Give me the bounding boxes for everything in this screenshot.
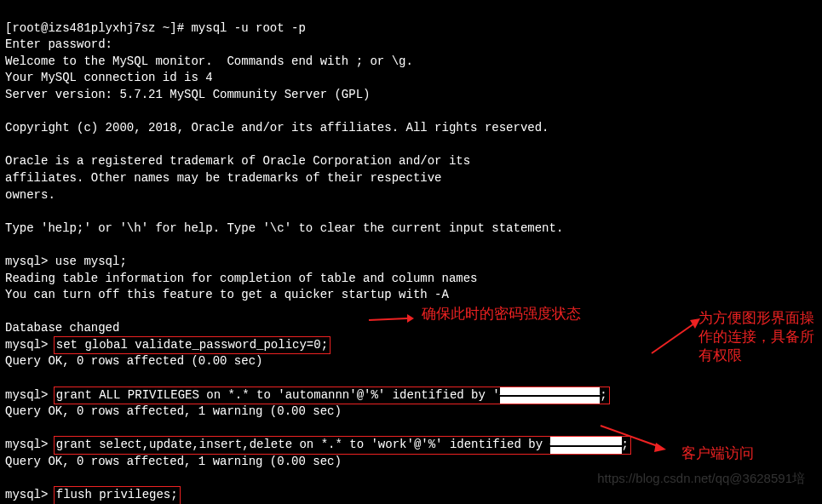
terminal-line	[5, 371, 12, 385]
terminal-line: affiliates. Other names may be trademark…	[5, 171, 441, 185]
terminal-output: [root@izs481plyxhj7sz ~]# mysql -u root …	[0, 0, 822, 504]
terminal-line: mysql> use mysql;	[5, 255, 127, 268]
terminal-line: Welcome to the MySQL monitor. Commands e…	[5, 54, 413, 68]
terminal-line: Enter password:	[5, 37, 112, 51]
command-highlight: grant ALL PRIVILEGES on *.* to 'automann…	[54, 387, 610, 405]
mysql-prompt-line: mysql> flush privileges;	[5, 488, 179, 501]
mysql-prompt-line: mysql> set global validate_password_poli…	[5, 338, 329, 352]
command-highlight: set global validate_password_policy=0;	[54, 336, 331, 355]
terminal-line: Reading table information for completion…	[5, 272, 478, 285]
terminal-line: You can turn off this feature to get a q…	[5, 288, 449, 301]
redacted-password	[550, 437, 622, 454]
terminal-line: Your MySQL connection id is 4	[5, 71, 213, 84]
terminal-line: Copyright (c) 2000, 2018, Oracle and/or …	[5, 121, 549, 135]
command-highlight: grant select,update,insert,delete on *.*…	[54, 436, 631, 455]
terminal-line	[5, 472, 12, 485]
query-result: Query OK, 0 rows affected, 1 warning (0.…	[5, 455, 342, 468]
mysql-prompt-line: mysql> grant select,update,insert,delete…	[5, 438, 629, 451]
redacted-password	[500, 387, 601, 404]
command-highlight: flush privileges;	[54, 486, 181, 504]
mysql-prompt: mysql>	[5, 338, 55, 352]
query-result: Query OK, 0 rows affected, 1 warning (0.…	[5, 404, 342, 418]
terminal-line: Oracle is a registered trademark of Orac…	[5, 154, 470, 168]
terminal-line: owners.	[5, 188, 55, 202]
mysql-prompt-line: mysql> grant ALL PRIVILEGES on *.* to 'a…	[5, 388, 608, 402]
mysql-prompt: mysql>	[5, 488, 55, 501]
terminal-line: Type 'help;' or '\h' for help. Type '\c'…	[5, 221, 563, 235]
terminal-line: Database changed	[5, 321, 119, 335]
query-result: Query OK, 0 rows affected (0.00 sec)	[5, 354, 262, 368]
mysql-prompt: mysql>	[5, 438, 55, 451]
watermark: https://blog.csdn.net/qq@3628591培	[597, 469, 805, 487]
mysql-prompt: mysql>	[5, 388, 55, 402]
terminal-line	[5, 421, 12, 435]
terminal-line: [root@izs481plyxhj7sz ~]# mysql -u root …	[5, 21, 306, 35]
terminal-line: Server version: 5.7.21 MySQL Community S…	[5, 88, 370, 101]
